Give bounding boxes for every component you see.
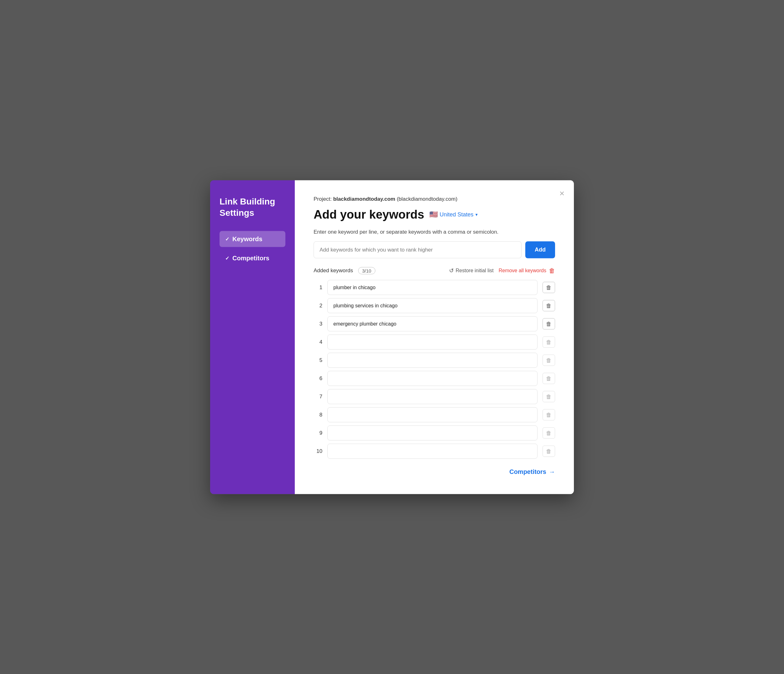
chevron-down-icon: ▾ xyxy=(475,212,478,217)
sidebar-item-competitors[interactable]: ✓ Competitors xyxy=(219,250,285,266)
page-title: Add your keywords xyxy=(314,208,424,221)
keyword-field-3[interactable] xyxy=(327,316,538,331)
delete-keyword-button-5[interactable]: 🗑 xyxy=(543,354,555,366)
keyword-number: 6 xyxy=(314,375,322,381)
keyword-row: 10🗑 xyxy=(314,444,555,459)
modal-main-content: × Project: blackdiamondtoday.com (blackd… xyxy=(295,180,574,494)
remove-all-keywords-button[interactable]: Remove all keywords 🗑 xyxy=(499,267,555,274)
restore-label: Restore initial list xyxy=(456,268,494,274)
delete-keyword-button-9[interactable]: 🗑 xyxy=(543,427,555,439)
keyword-field-4[interactable] xyxy=(327,334,538,349)
instruction-text: Enter one keyword per line, or separate … xyxy=(314,229,555,235)
keyword-input-area: Add xyxy=(314,241,555,258)
keyword-number: 3 xyxy=(314,321,322,327)
project-domain: (blackdiamondtoday.com) xyxy=(397,196,457,202)
added-keywords-label: Added keywords xyxy=(314,268,353,274)
keyword-field-1[interactable] xyxy=(327,280,538,295)
keyword-field-9[interactable] xyxy=(327,425,538,441)
modal-footer: Competitors → xyxy=(314,468,555,475)
competitors-next-button[interactable]: Competitors → xyxy=(509,468,555,475)
keyword-add-input[interactable] xyxy=(314,241,521,258)
delete-keyword-button-3[interactable]: 🗑 xyxy=(543,318,555,329)
project-line: Project: blackdiamondtoday.com (blackdia… xyxy=(314,196,555,202)
delete-keyword-button-4[interactable]: 🗑 xyxy=(543,336,555,347)
flag-icon: 🇺🇸 xyxy=(429,210,438,219)
keyword-number: 2 xyxy=(314,302,322,308)
keyword-field-10[interactable] xyxy=(327,444,538,459)
keyword-field-5[interactable] xyxy=(327,353,538,367)
keyword-row: 5🗑 xyxy=(314,353,555,367)
add-keyword-button[interactable]: Add xyxy=(525,241,555,258)
keyword-row: 6🗑 xyxy=(314,371,555,386)
delete-keyword-button-10[interactable]: 🗑 xyxy=(543,445,555,457)
keyword-number: 9 xyxy=(314,430,322,436)
delete-keyword-button-8[interactable]: 🗑 xyxy=(543,409,555,420)
keyword-number: 1 xyxy=(314,284,322,290)
keyword-number: 5 xyxy=(314,357,322,363)
page-heading: Add your keywords 🇺🇸 United States ▾ xyxy=(314,208,555,221)
restore-icon: ↺ xyxy=(449,267,454,274)
close-button[interactable]: × xyxy=(560,189,565,198)
delete-keyword-button-7[interactable]: 🗑 xyxy=(543,391,555,402)
remove-all-label: Remove all keywords xyxy=(499,268,546,274)
keyword-field-2[interactable] xyxy=(327,298,538,313)
keyword-number: 7 xyxy=(314,393,322,400)
delete-keyword-button-1[interactable]: 🗑 xyxy=(543,282,555,293)
project-label-text: Project: xyxy=(314,196,332,202)
delete-keyword-button-2[interactable]: 🗑 xyxy=(543,300,555,311)
keyword-row: 2🗑 xyxy=(314,298,555,313)
country-selector[interactable]: 🇺🇸 United States ▾ xyxy=(429,210,478,219)
check-icon-competitors: ✓ xyxy=(225,255,229,261)
keyword-row: 7🗑 xyxy=(314,389,555,404)
keyword-count-badge: 3/10 xyxy=(358,267,375,274)
modal-dialog: Link Building Settings ✓ Keywords ✓ Comp… xyxy=(210,180,574,494)
keywords-header: Added keywords 3/10 ↺ Restore initial li… xyxy=(314,267,555,274)
restore-initial-list-button[interactable]: ↺ Restore initial list xyxy=(449,267,494,274)
keyword-number: 10 xyxy=(314,448,322,454)
keyword-row: 4🗑 xyxy=(314,334,555,349)
sidebar: Link Building Settings ✓ Keywords ✓ Comp… xyxy=(210,180,295,494)
keyword-row: 8🗑 xyxy=(314,407,555,422)
check-icon-keywords: ✓ xyxy=(225,236,229,242)
sidebar-title: Link Building Settings xyxy=(219,196,285,219)
keyword-number: 8 xyxy=(314,411,322,418)
keyword-row: 1🗑 xyxy=(314,280,555,295)
delete-keyword-button-6[interactable]: 🗑 xyxy=(543,373,555,384)
sidebar-item-keywords[interactable]: ✓ Keywords xyxy=(219,231,285,247)
project-name: blackdiamondtoday.com xyxy=(333,196,395,202)
keyword-rows-container: 1🗑2🗑3🗑4🗑5🗑6🗑7🗑8🗑9🗑10🗑 xyxy=(314,280,555,459)
keyword-field-6[interactable] xyxy=(327,371,538,386)
sidebar-keywords-label: Keywords xyxy=(232,235,263,243)
keyword-row: 9🗑 xyxy=(314,425,555,441)
keyword-field-8[interactable] xyxy=(327,407,538,422)
keyword-row: 3🗑 xyxy=(314,316,555,331)
arrow-right-icon: → xyxy=(549,468,555,475)
sidebar-competitors-label: Competitors xyxy=(232,255,269,262)
country-name: United States xyxy=(440,211,473,218)
trash-icon-red: 🗑 xyxy=(549,267,555,274)
keyword-number: 4 xyxy=(314,339,322,345)
keyword-field-7[interactable] xyxy=(327,389,538,404)
competitors-button-label: Competitors xyxy=(509,468,546,475)
